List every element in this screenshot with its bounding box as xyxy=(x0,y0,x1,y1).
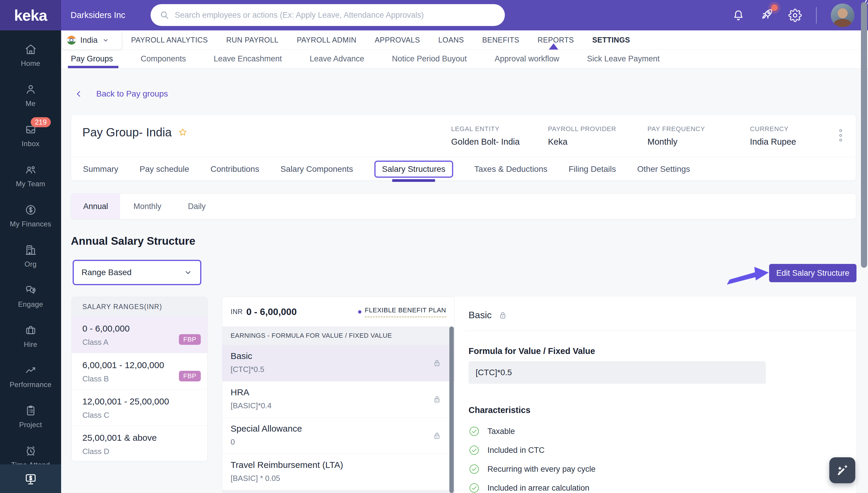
module-nav: India PAYROLL ANALYTICS RUN PAYROLL PAYR… xyxy=(61,30,868,49)
pay-group-title-row: Pay Group- India xyxy=(82,126,188,139)
subnav-components[interactable]: Components xyxy=(141,49,186,68)
search-input[interactable] xyxy=(175,10,496,20)
earnings-scrollbar[interactable] xyxy=(449,326,454,493)
sidebar-item-home[interactable]: Home xyxy=(0,35,61,75)
trend-icon xyxy=(24,364,37,377)
keka-logo[interactable]: keka xyxy=(0,0,61,30)
characteristics-label: Characteristics xyxy=(469,405,530,415)
tab-settings[interactable]: SETTINGS xyxy=(592,36,630,44)
tab-run-payroll[interactable]: RUN PAYROLL xyxy=(226,36,278,44)
lock-icon xyxy=(432,394,442,404)
plan-dot-icon xyxy=(358,310,361,314)
sidebar-item-me[interactable]: Me xyxy=(0,75,61,115)
lock-icon xyxy=(432,358,442,368)
fbp-badge: FBP xyxy=(179,371,201,381)
salary-range-row[interactable]: 25,00,001 & above Class D xyxy=(72,425,207,462)
selected-range-amount: 0 - 6,00,000 xyxy=(246,306,297,317)
meta-currency: CURRENCY India Rupee xyxy=(750,125,796,147)
home-icon xyxy=(24,43,37,56)
subnav-sick-leave-payment[interactable]: Sick Leave Payment xyxy=(587,49,659,68)
formula-label: Formula for Value / Fixed Value xyxy=(469,346,595,356)
sidebar-item-payroll-active[interactable] xyxy=(0,464,61,493)
tab-reports[interactable]: REPORTS xyxy=(538,36,574,44)
sidebar-item-hire[interactable]: Hire xyxy=(0,316,61,356)
sidebar-item-org[interactable]: Org xyxy=(0,236,61,276)
tab-salary-structures[interactable]: Salary Structures xyxy=(374,160,453,178)
tab-filing-details[interactable]: Filing Details xyxy=(569,165,616,174)
country-selector[interactable]: India xyxy=(62,31,122,49)
subnav-pay-groups[interactable]: Pay Groups xyxy=(71,49,113,68)
tab-summary[interactable]: Summary xyxy=(83,165,118,174)
earning-row-basic[interactable]: Basic [CTC]*0.5 xyxy=(222,345,454,381)
tab-salary-components[interactable]: Salary Components xyxy=(281,165,353,174)
bell-icon[interactable] xyxy=(732,8,745,22)
characteristic-item: Included in CTC xyxy=(469,445,545,456)
sidebar-item-engage[interactable]: Engage xyxy=(0,276,61,316)
tab-pay-schedule[interactable]: Pay schedule xyxy=(140,165,189,174)
pay-group-card: Pay Group- India LEGAL ENTITY Golden Bol… xyxy=(71,114,856,181)
section-title: Annual Salary Structure xyxy=(71,235,195,248)
notification-dot xyxy=(771,4,778,11)
tab-approvals[interactable]: APPROVALS xyxy=(375,36,420,44)
tab-other-settings[interactable]: Other Settings xyxy=(637,165,690,174)
earning-row-travel-reimbursement[interactable]: Travel Reimbursement (LTA) [BASIC] * 0.0… xyxy=(222,454,454,490)
subnav-leave-encashment[interactable]: Leave Encashment xyxy=(214,49,282,68)
tab-taxes-deductions[interactable]: Taxes & Deductions xyxy=(474,165,547,174)
tab-benefits[interactable]: BENEFITS xyxy=(482,36,519,44)
component-detail-panel: Basic Formula for Value / Fixed Value [C… xyxy=(455,297,856,493)
keka-logo-text: keka xyxy=(14,6,47,24)
salary-ranges-header: SALARY RANGES(INR) xyxy=(72,297,207,317)
india-flag-icon xyxy=(67,36,76,45)
whats-new-rocket[interactable] xyxy=(759,7,774,23)
earning-row-hra[interactable]: HRA [BASIC]*0.4 xyxy=(222,381,454,417)
chevron-down-icon xyxy=(183,268,193,277)
tab-payroll-admin[interactable]: PAYROLL ADMIN xyxy=(297,36,356,44)
earnings-panel: INR 0 - 6,00,000 FLEXIBLE BENEFIT PLAN E… xyxy=(222,297,455,493)
lock-icon xyxy=(432,431,442,441)
flexible-benefit-plan-link[interactable]: FLEXIBLE BENEFIT PLAN xyxy=(358,306,446,317)
check-circle-icon xyxy=(469,483,480,493)
building-icon xyxy=(24,243,37,257)
annotation-arrow xyxy=(727,265,770,286)
gear-icon[interactable] xyxy=(788,8,802,22)
earnings-header-row: INR 0 - 6,00,000 FLEXIBLE BENEFIT PLAN xyxy=(222,297,454,326)
subnav-approval-workflow[interactable]: Approval workflow xyxy=(495,49,559,68)
kebab-menu-icon[interactable] xyxy=(838,128,844,143)
sidebar-item-my-finances[interactable]: My Finances xyxy=(0,196,61,236)
lock-icon xyxy=(498,310,508,321)
sidebar-item-inbox[interactable]: Inbox 219 xyxy=(0,115,61,155)
check-circle-icon xyxy=(469,426,480,437)
salary-range-row[interactable]: 6,00,001 - 12,00,000 Class B FBP xyxy=(72,353,207,389)
sidebar-item-project[interactable]: Project xyxy=(0,396,61,436)
tab-daily[interactable]: Daily xyxy=(175,194,219,219)
characteristic-item: Taxable xyxy=(469,426,515,437)
subnav-leave-advance[interactable]: Leave Advance xyxy=(310,49,364,68)
back-to-pay-groups-link[interactable]: Back to Pay groups xyxy=(74,89,168,99)
briefcase-icon xyxy=(24,324,37,337)
settings-subnav: Pay Groups Components Leave Encashment L… xyxy=(61,49,868,68)
inbox-badge: 219 xyxy=(31,117,51,127)
salary-range-row[interactable]: 0 - 6,00,000 Class A FBP xyxy=(72,317,207,353)
salary-range-row[interactable]: 12,00,001 - 25,00,000 Class C xyxy=(72,389,207,425)
earnings-section-header: EARNINGS - FORMULA FOR VALUE / FIXED VAL… xyxy=(222,326,454,345)
earning-row-special-allowance[interactable]: Special Allowance 0 xyxy=(222,417,454,454)
sidebar-item-performance[interactable]: Performance xyxy=(0,356,61,396)
subnav-notice-period-buyout[interactable]: Notice Period Buyout xyxy=(392,49,467,68)
tab-contributions[interactable]: Contributions xyxy=(211,165,259,174)
detail-title-row: Basic xyxy=(469,310,508,321)
tab-monthly[interactable]: Monthly xyxy=(120,194,175,219)
structure-type-select[interactable]: Range Based xyxy=(73,260,201,285)
tab-annual[interactable]: Annual xyxy=(71,194,120,219)
period-tabs-card: Annual Monthly Daily xyxy=(71,193,856,219)
sidebar-item-my-team[interactable]: My Team xyxy=(0,155,61,196)
meta-payroll-provider: PAYROLL PROVIDER Keka xyxy=(548,125,616,147)
dollar-circle-icon xyxy=(24,203,37,216)
user-avatar[interactable] xyxy=(831,3,854,27)
page-scrollbar[interactable] xyxy=(861,2,867,268)
tab-payroll-analytics[interactable]: PAYROLL ANALYTICS xyxy=(131,36,208,44)
chevron-left-icon xyxy=(74,89,83,98)
edit-salary-structure-button[interactable]: Edit Salary Structure xyxy=(769,264,856,282)
favorite-star-icon[interactable] xyxy=(177,127,188,138)
tab-loans[interactable]: LOANS xyxy=(438,36,464,44)
magic-wand-button[interactable] xyxy=(829,457,855,483)
